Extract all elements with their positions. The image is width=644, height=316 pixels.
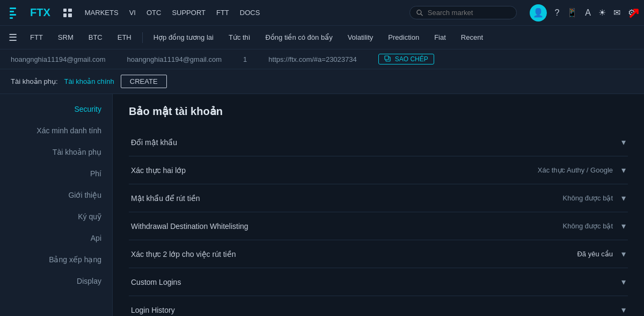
accordion-right-change-password: ▾ (621, 137, 626, 147)
sidebar-item-display[interactable]: Display (0, 270, 112, 292)
sidebar-item-fees[interactable]: Phí (0, 163, 112, 184)
content-area: Bảo mật tài khoản Đổi mật khẩu ▾ Xác thự… (113, 94, 644, 316)
sec-nav-instant[interactable]: Tức thì (222, 31, 257, 44)
sec-nav-recent[interactable]: Recent (455, 31, 489, 44)
sidebar-item-subaccount[interactable]: Tài khoản phụ (0, 141, 112, 163)
accordion-label-custom-logins: Custom Logins (131, 278, 181, 286)
nav-ftt[interactable]: FTT (216, 9, 229, 17)
main-content: Security Xác minh danh tính Tài khoản ph… (0, 94, 644, 316)
hamburger-icon[interactable]: ☰ (9, 32, 17, 44)
chevron-icon-4: ▾ (621, 249, 626, 259)
accordion-label-2fa-withdrawal: Xác thực 2 lớp cho việc rút tiền (131, 250, 236, 258)
chevron-icon-2: ▾ (621, 193, 626, 203)
nav-icons: 👤 ? 📱 A ☀ ✉ ⚙ (530, 4, 635, 21)
accordion-right-2fa-withdrawal: Đã yêu cầu ▾ (577, 249, 626, 259)
copy-icon (384, 55, 392, 63)
svg-rect-2 (10, 14, 16, 16)
sidebar-item-leaderboard[interactable]: Bảng xếp hạng (0, 249, 112, 270)
chevron-icon-1: ▾ (621, 165, 626, 175)
sidebar: Security Xác minh danh tính Tài khoản ph… (0, 94, 113, 316)
svg-rect-3 (10, 17, 13, 19)
sec-nav-srm[interactable]: SRM (52, 31, 80, 44)
nav-links: MARKETS VI OTC SUPPORT FTT DOCS (85, 9, 260, 17)
accordion-label-whitelisting: Withdrawal Destination Whitelisting (131, 222, 248, 231)
nav-otc[interactable]: OTC (147, 9, 161, 17)
accordion-right-custom-logins: ▾ (621, 277, 626, 287)
accordion-whitelisting[interactable]: Withdrawal Destination Whitelisting Khôn… (129, 212, 628, 240)
chevron-icon-0: ▾ (621, 137, 626, 147)
top-nav: FTX MARKETS VI OTC SUPPORT FTT DOCS 👤 ? … (0, 0, 644, 26)
accordion-withdrawal-password[interactable]: Mật khẩu để rút tiền Không được bật ▾ (129, 184, 628, 212)
accordion-2fa-withdrawal[interactable]: Xác thực 2 lớp cho việc rút tiền Đã yêu … (129, 240, 628, 268)
accordion-right-login-history: ▾ (621, 305, 626, 315)
logo[interactable]: FTX (9, 4, 50, 21)
copy-label: SAO CHÉP (395, 55, 428, 63)
sidebar-item-api[interactable]: Api (0, 227, 112, 249)
accordion-right-withdrawal-password: Không được bật ▾ (563, 193, 626, 203)
search-bar[interactable] (409, 6, 517, 19)
secondary-nav: ☰ FTT SRM BTC ETH Hợp đồng tương lai Tức… (0, 26, 644, 49)
sec-nav-eth[interactable]: ETH (111, 31, 138, 44)
logo-text: FTX (30, 6, 50, 19)
copy-button[interactable]: SAO CHÉP (378, 54, 434, 64)
accordion-value-whitelisting: Không được bật (563, 222, 613, 230)
sec-nav-ftt[interactable]: FTT (24, 31, 49, 44)
sec-nav-btc[interactable]: BTC (82, 31, 109, 44)
accordion-right-whitelisting: Không được bật ▾ (563, 221, 626, 231)
sec-nav-volatility[interactable]: Volatility (341, 31, 380, 44)
search-input[interactable] (428, 9, 510, 17)
user-email-1: hoangnghia11194@gmail.com (11, 55, 106, 63)
sec-nav-fiat[interactable]: Fiat (428, 31, 452, 44)
nav-divider (142, 32, 143, 43)
accordion-value-withdrawal-password: Không được bật (563, 194, 613, 202)
chevron-icon-3: ▾ (621, 221, 626, 231)
svg-rect-0 (10, 8, 16, 9)
nav-vi[interactable]: VI (129, 9, 136, 17)
referral-url: https://ftx.com/#a=23023734 (268, 55, 356, 63)
accordion-login-history[interactable]: Login History ▾ (129, 296, 628, 316)
main-account-link[interactable]: Tài khoản chính (64, 77, 114, 85)
sidebar-item-security[interactable]: Security (0, 98, 112, 120)
user-avatar[interactable]: 👤 (530, 4, 547, 21)
svg-line-5 (421, 13, 423, 16)
accordion-value-two-factor: Xác thực Authy / Google (538, 166, 613, 174)
mobile-icon[interactable]: 📱 (567, 8, 577, 18)
sec-nav-futures[interactable]: Hợp đồng tương lai (147, 31, 220, 44)
chevron-icon-5: ▾ (621, 277, 626, 287)
user-number: 1 (243, 55, 247, 63)
svg-rect-1 (10, 11, 14, 12)
nav-support[interactable]: SUPPORT (172, 9, 206, 17)
accordion-right-two-factor: Xác thực Authy / Google ▾ (538, 165, 626, 175)
chevron-icon-6: ▾ (621, 305, 626, 315)
sub-account-bar: Tài khoản phụ: Tài khoản chính CREATE (0, 69, 644, 94)
search-icon (416, 9, 423, 17)
create-button[interactable]: CREATE (121, 75, 167, 88)
sidebar-item-margin[interactable]: Ký quỹ (0, 206, 112, 227)
sec-nav-leveraged[interactable]: Đồng tiền có đòn bẩy (259, 31, 339, 44)
section-title: Bảo mật tài khoản (129, 105, 628, 118)
help-icon[interactable]: ? (554, 8, 559, 18)
user-email-2: hoangnghia11194@gmail.com (127, 55, 222, 63)
svg-point-4 (417, 10, 421, 14)
accordion-label-withdrawal-password: Mật khẩu để rút tiền (131, 194, 200, 203)
mail-icon[interactable]: ✉ (613, 8, 620, 18)
accordion-two-factor[interactable]: Xác thực hai lớp Xác thực Authy / Google… (129, 156, 628, 184)
grid-icon[interactable] (63, 9, 72, 17)
svg-rect-7 (385, 56, 389, 60)
nav-docs[interactable]: DOCS (240, 9, 260, 17)
sidebar-item-referral[interactable]: Giới thiệu (0, 184, 112, 206)
accordion-label-login-history: Login History (131, 306, 175, 314)
translate-icon[interactable]: A (585, 8, 591, 18)
sec-nav-prediction[interactable]: Prediction (382, 31, 426, 44)
sub-account-label: Tài khoản phụ: (11, 77, 58, 85)
accordion-label-change-password: Đổi mật khẩu (131, 138, 177, 147)
accordion-custom-logins[interactable]: Custom Logins ▾ (129, 268, 628, 296)
sidebar-item-verify[interactable]: Xác minh danh tính (0, 120, 112, 141)
user-info-bar: hoangnghia11194@gmail.com hoangnghia1119… (0, 49, 644, 69)
theme-icon[interactable]: ☀ (598, 8, 606, 18)
accordion-label-two-factor: Xác thực hai lớp (131, 166, 186, 175)
nav-markets[interactable]: MARKETS (85, 9, 119, 17)
accordion-value-2fa-withdrawal: Đã yêu cầu (577, 250, 613, 258)
settings-icon[interactable]: ⚙ (628, 8, 635, 18)
accordion-change-password[interactable]: Đổi mật khẩu ▾ (129, 128, 628, 156)
